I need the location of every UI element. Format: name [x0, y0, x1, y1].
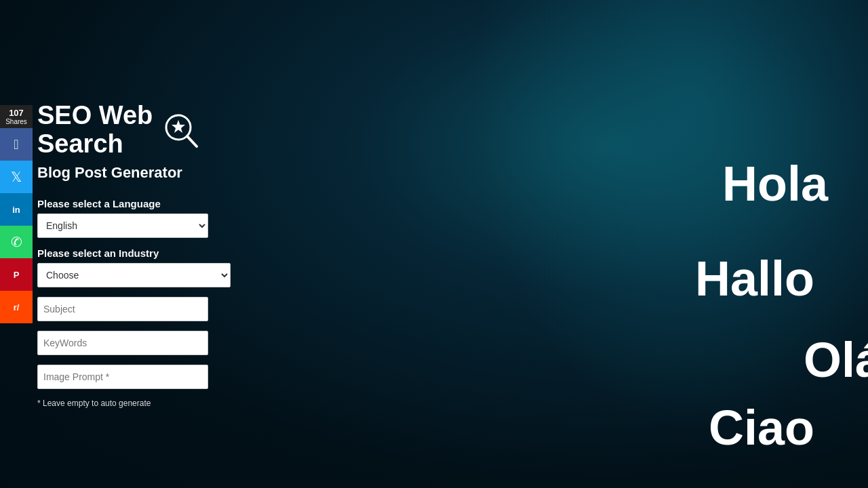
svg-line-1 — [187, 136, 197, 146]
main-content: SEO Web Search Blog Post Generator Pleas… — [37, 102, 295, 408]
keywords-input[interactable] — [37, 331, 208, 355]
floating-word-2: Hallo — [695, 251, 814, 306]
logo-icon — [159, 110, 200, 150]
image-prompt-input[interactable] — [37, 365, 208, 389]
svg-marker-2 — [172, 120, 185, 133]
floating-word-4: Olá — [804, 332, 868, 388]
facebook-icon:  — [14, 137, 18, 152]
logo-area: SEO Web Search — [37, 102, 295, 159]
industry-group: Please select an Industry Choose Technol… — [37, 247, 295, 287]
floating-word-0: Hola — [722, 156, 828, 211]
twitter-share-button[interactable]: 𝕏 — [0, 161, 33, 193]
whatsapp-icon: ✆ — [11, 234, 22, 250]
language-group: Please select a Language English Spanish… — [37, 198, 295, 238]
language-select[interactable]: English Spanish French German Italian Po… — [37, 214, 208, 238]
share-count-container: 107 Shares — [0, 105, 33, 128]
image-prompt-group — [37, 365, 295, 389]
pinterest-icon: P — [14, 270, 20, 280]
brand-name: SEO Web Search — [37, 102, 153, 159]
floating-word-6: Ciao — [709, 400, 814, 455]
keywords-group — [37, 331, 295, 355]
social-sidebar: 107 Shares  𝕏 in ✆ P r/ — [0, 105, 33, 323]
page-subtitle: Blog Post Generator — [37, 164, 295, 182]
pinterest-share-button[interactable]: P — [0, 258, 33, 291]
reddit-icon: r/ — [14, 302, 20, 312]
share-number: 107 — [9, 108, 24, 118]
language-label: Please select a Language — [37, 198, 295, 209]
twitter-icon: 𝕏 — [11, 169, 22, 185]
logo-text: SEO Web Search — [37, 102, 153, 159]
words-container: HolaこんにちはHalloHelloOláBonjourCiaoMerhaba — [339, 0, 868, 488]
subject-group — [37, 297, 295, 321]
industry-select[interactable]: Choose Technology Health Finance Educati… — [37, 263, 231, 287]
industry-label: Please select an Industry — [37, 247, 295, 259]
linkedin-icon: in — [12, 205, 20, 215]
facebook-share-button[interactable]:  — [0, 128, 33, 161]
hint-text: * Leave empty to auto generate — [37, 399, 295, 408]
shares-label: Shares — [0, 118, 33, 125]
linkedin-share-button[interactable]: in — [0, 193, 33, 226]
whatsapp-share-button[interactable]: ✆ — [0, 226, 33, 258]
reddit-share-button[interactable]: r/ — [0, 291, 33, 323]
subject-input[interactable] — [37, 297, 208, 321]
